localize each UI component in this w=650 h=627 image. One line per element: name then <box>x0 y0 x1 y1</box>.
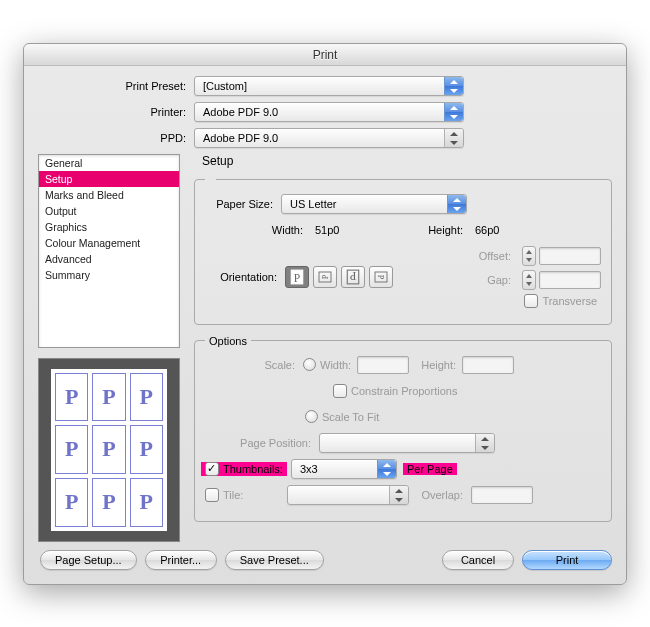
preview-thumb: P <box>55 425 88 474</box>
preview-thumb: P <box>130 478 163 527</box>
save-preset-button[interactable]: Save Preset... <box>225 550 324 570</box>
printer-label: Printer: <box>38 106 194 118</box>
scale-width-radio[interactable] <box>303 358 316 371</box>
sidebar-item-marks-and-bleed[interactable]: Marks and Bleed <box>39 187 179 203</box>
page-position-label: Page Position: <box>205 437 319 449</box>
svg-text:P: P <box>294 271 300 283</box>
per-page-label: Per Page <box>403 463 457 475</box>
preview-sheet: PPPPPPPPP <box>51 369 167 531</box>
scale-label: Scale: <box>205 359 303 371</box>
orientation-portrait-icon[interactable]: P <box>285 266 309 288</box>
thumbnails-select[interactable]: 3x3 <box>291 459 397 479</box>
scale-height-input[interactable] <box>462 356 514 374</box>
thumbnails-value: 3x3 <box>300 463 318 475</box>
preview-thumb: P <box>55 478 88 527</box>
sidebar-item-general[interactable]: General <box>39 155 179 171</box>
print-preset-value: [Custom] <box>203 80 247 92</box>
gap-stepper[interactable] <box>522 270 536 290</box>
scale-width-label: Width: <box>320 359 351 371</box>
print-preset-label: Print Preset: <box>38 80 194 92</box>
page-setup-button[interactable]: Page Setup... <box>40 550 137 570</box>
transverse-checkbox[interactable] <box>524 294 538 308</box>
options-group: Options Scale: Width: Height: Constrain … <box>194 335 612 522</box>
preview-thumb: P <box>92 478 125 527</box>
tile-select[interactable] <box>287 485 409 505</box>
panel-title: Setup <box>202 154 612 168</box>
print-preset-select[interactable]: [Custom] <box>194 76 464 96</box>
svg-text:P: P <box>376 274 385 279</box>
gap-input[interactable] <box>539 271 601 289</box>
sidebar-item-output[interactable]: Output <box>39 203 179 219</box>
gap-label: Gap: <box>471 274 519 286</box>
paper-width-value: 51p0 <box>311 224 411 236</box>
offset-input[interactable] <box>539 247 601 265</box>
paper-height-value: 66p0 <box>471 224 503 236</box>
scale-fit-label: Scale To Fit <box>322 411 379 423</box>
preview-pane: PPPPPPPPP <box>38 358 180 542</box>
preview-thumb: P <box>92 373 125 422</box>
paper-size-value: US Letter <box>290 198 336 210</box>
constrain-checkbox[interactable] <box>333 384 347 398</box>
preview-thumb: P <box>130 425 163 474</box>
preview-thumb: P <box>92 425 125 474</box>
ppd-select[interactable]: Adobe PDF 9.0 <box>194 128 464 148</box>
overlap-input[interactable] <box>471 486 533 504</box>
offset-stepper[interactable] <box>522 246 536 266</box>
orientation-landscape-icon[interactable]: P <box>313 266 337 288</box>
ppd-label: PPD: <box>38 132 194 144</box>
orientation-rev-portrait-icon[interactable]: P <box>341 266 365 288</box>
tile-label: Tile: <box>223 489 287 501</box>
transverse-label: Transverse <box>542 295 597 307</box>
sidebar-item-setup[interactable]: Setup <box>39 171 179 187</box>
preview-thumb: P <box>55 373 88 422</box>
paper-height-label: Height: <box>411 224 471 236</box>
category-list[interactable]: GeneralSetupMarks and BleedOutputGraphic… <box>38 154 180 348</box>
options-legend: Options <box>205 335 251 347</box>
scale-width-input[interactable] <box>357 356 409 374</box>
page-position-select[interactable] <box>319 433 495 453</box>
tile-checkbox[interactable] <box>205 488 219 502</box>
orientation-label: Orientation: <box>205 271 285 283</box>
constrain-label: Constrain Proportions <box>351 385 457 397</box>
orientation-rev-landscape-icon[interactable]: P <box>369 266 393 288</box>
printer-select[interactable]: Adobe PDF 9.0 <box>194 102 464 122</box>
offset-label: Offset: <box>471 250 519 262</box>
cancel-button[interactable]: Cancel <box>442 550 514 570</box>
window-title: Print <box>24 44 626 66</box>
printer-button[interactable]: Printer... <box>145 550 217 570</box>
orientation-buttons: P P P P <box>285 266 393 288</box>
preview-thumb: P <box>130 373 163 422</box>
svg-text:P: P <box>350 270 356 282</box>
legend-spacer <box>205 174 216 186</box>
thumbnails-checkbox[interactable] <box>205 462 219 476</box>
print-dialog: Print Print Preset: [Custom] Printer: Ad… <box>23 43 627 585</box>
paper-size-group: Paper Size: US Letter Width: 51p0 Height… <box>194 174 612 325</box>
sidebar-item-colour-management[interactable]: Colour Management <box>39 235 179 251</box>
paper-size-select[interactable]: US Letter <box>281 194 467 214</box>
scale-fit-radio[interactable] <box>305 410 318 423</box>
print-button[interactable]: Print <box>522 550 612 570</box>
printer-value: Adobe PDF 9.0 <box>203 106 278 118</box>
thumbnails-label: Thumbnails: <box>223 463 283 475</box>
paper-size-label: Paper Size: <box>205 198 281 210</box>
ppd-value: Adobe PDF 9.0 <box>203 132 278 144</box>
overlap-label: Overlap: <box>409 489 471 501</box>
sidebar-item-summary[interactable]: Summary <box>39 267 179 283</box>
svg-text:P: P <box>321 274 330 279</box>
sidebar-item-graphics[interactable]: Graphics <box>39 219 179 235</box>
scale-height-label: Height: <box>421 359 456 371</box>
paper-width-label: Width: <box>205 224 311 236</box>
sidebar-item-advanced[interactable]: Advanced <box>39 251 179 267</box>
